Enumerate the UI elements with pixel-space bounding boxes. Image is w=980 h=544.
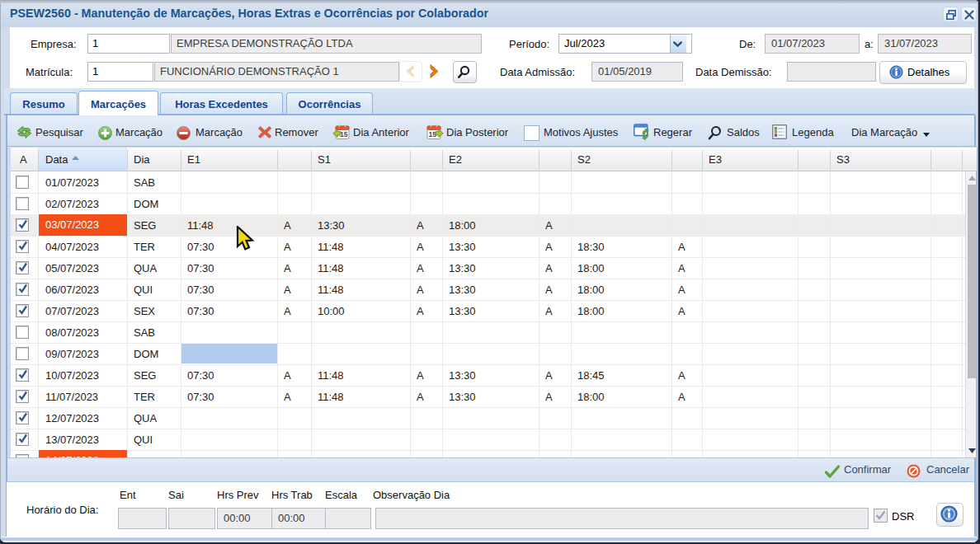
- svg-text:15: 15: [340, 130, 348, 138]
